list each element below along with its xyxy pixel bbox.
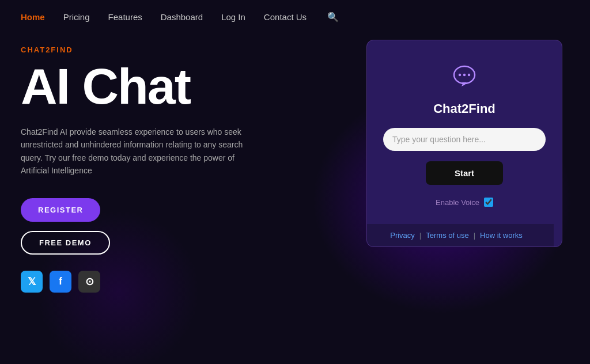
footer-sep1: | [419,231,421,240]
nav-dashboard[interactable]: Dashboard [161,12,203,22]
chat-card-title: Chat2Find [433,101,496,116]
hero-title: AI Chat [21,61,343,112]
footer-how-it-works[interactable]: How it works [480,231,523,240]
hero-description: Chat2Find AI provide seamless experience… [21,126,251,177]
enable-voice-row: Enable Voice [436,198,493,207]
chat-card: Chat2Find Start Enable Voice Privacy | T… [366,40,562,247]
nav-contact[interactable]: Contact Us [264,12,307,22]
svg-point-1 [459,74,461,76]
nav-home[interactable]: Home [21,12,45,22]
search-icon[interactable]: 🔍 [327,12,339,22]
card-footer: Privacy | Terms of use | How it works [366,224,554,247]
chat-card-section: Chat2Find Start Enable Voice Privacy | T… [366,40,562,247]
left-section: CHAT2FIND AI Chat Chat2Find AI provide s… [21,40,343,293]
github-button[interactable]: ⊙ [78,271,100,293]
footer-sep2: | [474,231,475,240]
svg-point-3 [468,74,470,76]
facebook-button[interactable]: f [50,271,71,293]
navbar: Home Pricing Features Dashboard Log In C… [0,0,590,34]
nav-features[interactable]: Features [108,12,142,22]
twitter-button[interactable]: 𝕏 [21,271,43,293]
register-button[interactable]: REGISTER [21,198,100,222]
nav-pricing[interactable]: Pricing [63,12,90,22]
question-input[interactable] [383,128,546,151]
footer-privacy[interactable]: Privacy [390,231,415,240]
social-icons: 𝕏 f ⊙ [21,271,343,293]
freedemo-button[interactable]: FREE DEMO [21,231,110,255]
enable-voice-label: Enable Voice [436,198,479,207]
brand-label: CHAT2FIND [21,46,343,54]
svg-point-2 [463,74,466,76]
footer-terms[interactable]: Terms of use [426,231,468,240]
start-button[interactable]: Start [426,161,503,185]
chat-bubble-icon [449,61,479,93]
main-content: CHAT2FIND AI Chat Chat2Find AI provide s… [0,34,590,293]
voice-checkbox[interactable] [484,198,493,207]
nav-login[interactable]: Log In [221,12,245,22]
